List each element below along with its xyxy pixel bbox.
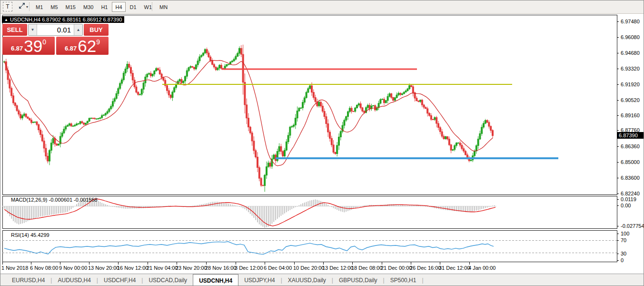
svg-text:31 Dec 12:00: 31 Dec 12:00 (439, 265, 470, 271)
buy-button[interactable]: BUY (84, 24, 109, 36)
svg-text:6.90520: 6.90520 (621, 97, 640, 103)
buy-price-tile[interactable]: 6.87 62 9 (56, 37, 109, 55)
rsi-label: RSI(14) 45.4299 (11, 232, 50, 238)
svg-text:9 Nov 00:00: 9 Nov 00:00 (59, 265, 87, 271)
svg-text:0.0119: 0.0119 (621, 196, 636, 202)
svg-text:6.86360: 6.86360 (621, 143, 640, 149)
sell-price-tile[interactable]: 6.87 39 0 (2, 37, 55, 55)
svg-text:16 Nov 12:00: 16 Nov 12:00 (117, 265, 148, 271)
svg-text:6.87390: 6.87390 (619, 133, 638, 138)
svg-text:70: 70 (621, 237, 626, 243)
svg-text:30: 30 (621, 251, 626, 256)
buy-price-sup: 9 (96, 38, 100, 46)
svg-text:13 Dec 12:00: 13 Dec 12:00 (322, 265, 353, 271)
svg-text:10 Dec 20:00: 10 Dec 20:00 (293, 265, 324, 271)
symbol-strip: ▲ USDCNH,H4 6.87902 6.88161 6.86912 6.87… (2, 16, 124, 23)
svg-text:23 Nov 20:00: 23 Nov 20:00 (176, 265, 207, 271)
svg-text:6.94680: 6.94680 (621, 50, 640, 56)
svg-text:6.97480: 6.97480 (621, 19, 640, 24)
macd-label: MACD(12,26,9) -0.000601 -0.001558 (11, 197, 98, 203)
svg-text:1 Nov 2018: 1 Nov 2018 (1, 265, 28, 271)
volume-decrease-button[interactable]: ▼ (29, 24, 37, 35)
svg-text:6.83600: 6.83600 (621, 175, 640, 181)
svg-text:18 Dec 08:00: 18 Dec 08:00 (351, 265, 382, 271)
sell-price-prefix: 6.87 (11, 45, 23, 52)
svg-text:6.85000: 6.85000 (621, 159, 640, 165)
svg-text:21 Nov 04:00: 21 Nov 04:00 (147, 265, 178, 271)
svg-text:21 Dec 00:00: 21 Dec 00:00 (381, 265, 412, 271)
svg-text:6.91920: 6.91920 (621, 82, 640, 87)
sell-button[interactable]: SELL (2, 24, 27, 36)
volume-input[interactable] (37, 24, 74, 35)
svg-text:6.96080: 6.96080 (621, 34, 640, 40)
buy-price-big: 62 (78, 38, 96, 54)
svg-text:6.93320: 6.93320 (621, 66, 640, 72)
svg-text:100: 100 (621, 231, 629, 236)
svg-text:6.89160: 6.89160 (621, 112, 640, 118)
mt4-window: 6.974806.960806.946806.933206.919206.905… (0, 0, 644, 286)
sell-price-sup: 0 (42, 38, 46, 46)
symbol-ohlc-text: USDCNH,H4 6.87902 6.88161 6.86912 6.8739… (10, 17, 122, 22)
sell-price-big: 39 (24, 38, 42, 54)
buy-price-prefix: 6.87 (65, 45, 77, 52)
triangle-up-icon: ▲ (4, 18, 8, 22)
trade-panel: SELL ▼ ▲ BUY 6.87 39 0 6.87 62 9 (2, 24, 109, 55)
svg-text:4 Jan 00:00: 4 Jan 00:00 (468, 265, 496, 271)
svg-text:0: 0 (621, 257, 624, 263)
svg-text:13 Nov 20:00: 13 Nov 20:00 (88, 265, 119, 271)
svg-text:26 Dec 16:00: 26 Dec 16:00 (410, 265, 441, 271)
svg-text:6 Nov 08:00: 6 Nov 08:00 (30, 265, 58, 271)
svg-text:0.00: 0.00 (621, 203, 631, 208)
svg-text:3 Dec 12:00: 3 Dec 12:00 (235, 265, 263, 271)
volume-stepper: ▼ ▲ (28, 24, 83, 36)
svg-text:28 Nov 16:00: 28 Nov 16:00 (205, 265, 236, 271)
svg-text:6.82240: 6.82240 (621, 191, 640, 196)
volume-increase-button[interactable]: ▲ (74, 24, 82, 35)
svg-text:6 Dec 04:00: 6 Dec 04:00 (264, 265, 292, 271)
svg-text:-0.027754: -0.027754 (621, 223, 644, 229)
